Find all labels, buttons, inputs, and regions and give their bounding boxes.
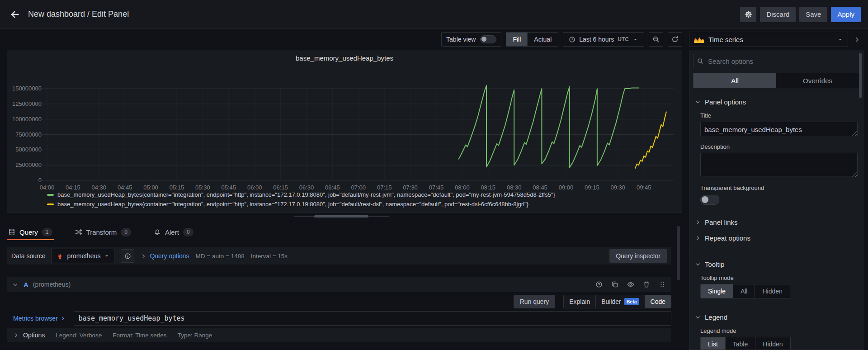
chevron-down-icon [695, 99, 701, 105]
tooltip-mode-all[interactable]: All [733, 284, 755, 298]
query-row-header: A (prometheus) [7, 277, 671, 292]
section-title: Panel options [705, 98, 746, 106]
collapse-query-button[interactable] [11, 281, 19, 289]
tab-label: Query [19, 228, 38, 236]
transparent-bg-label: Transparent background [700, 184, 858, 191]
options-toggle[interactable]: Options [13, 331, 45, 339]
run-query-button[interactable]: Run query [514, 295, 556, 308]
tab-query[interactable]: Query 1 [7, 224, 54, 240]
discard-button[interactable]: Discard [760, 7, 796, 22]
back-button[interactable] [7, 7, 23, 22]
caret-down-icon [837, 37, 843, 43]
trash-icon [643, 281, 650, 288]
clock-icon [569, 36, 576, 43]
query-options-toggle[interactable]: Query options [141, 252, 189, 260]
datasource-help-button[interactable] [121, 249, 134, 263]
tooltip-mode-label: Tooltip mode [700, 274, 858, 281]
panel-links-section[interactable]: Panel links [693, 214, 859, 230]
table-view-label: Table view [446, 36, 476, 43]
chevron-right-icon [13, 332, 19, 338]
options-sidebar: Time series All Overrides Panel options [689, 29, 863, 350]
chevron-right-icon [60, 316, 66, 321]
promql-query-input[interactable] [74, 311, 671, 326]
code-button[interactable]: Code [645, 295, 671, 308]
repeat-options-section[interactable]: Repeat options [693, 230, 859, 246]
tooltip-header[interactable]: Tooltip [693, 260, 859, 268]
time-range-picker[interactable]: Last 6 hours UTC [563, 32, 644, 47]
builder-button[interactable]: Builder Beta [595, 295, 644, 308]
collapse-sidebar-button[interactable] [850, 32, 863, 47]
info-circle-icon [124, 253, 131, 260]
eye-icon [627, 281, 634, 288]
hide-query-button[interactable] [626, 280, 635, 289]
sidebar-scrollbar[interactable] [859, 53, 862, 98]
timeseries-plot[interactable] [7, 50, 682, 213]
legend-header[interactable]: Legend [693, 313, 859, 321]
apply-button[interactable]: Apply [831, 7, 861, 22]
drag-query-button[interactable] [658, 280, 667, 289]
save-button[interactable]: Save [799, 7, 827, 22]
split-resize-handle[interactable] [0, 216, 682, 218]
datasource-label: Data source [11, 252, 45, 260]
table-view-switch[interactable] [480, 35, 496, 43]
options-search-input[interactable] [707, 57, 855, 66]
actual-button[interactable]: Actual [527, 33, 558, 46]
legend-mode-list[interactable]: List [701, 337, 725, 350]
metrics-browser-button[interactable]: Metrics browser [7, 314, 68, 322]
legend-label: base_memory_usedHeap_bytes{container="in… [57, 200, 528, 208]
legend-swatch-yellow [47, 203, 54, 205]
timeseries-viz-icon [694, 36, 704, 43]
prometheus-icon [57, 253, 63, 260]
tooltip-mode-single[interactable]: Single [701, 284, 733, 298]
resize-grip[interactable] [314, 215, 368, 218]
panel-description-input[interactable] [700, 153, 858, 176]
tooltip-section: Tooltip Tooltip mode Single All Hidden [693, 253, 859, 298]
refresh-button[interactable] [668, 32, 682, 47]
tooltip-mode-hidden[interactable]: Hidden [755, 284, 789, 298]
panel-settings-button[interactable] [740, 7, 756, 22]
tab-all[interactable]: All [693, 73, 776, 88]
transparent-bg-switch[interactable] [700, 195, 719, 205]
chevron-right-icon [695, 219, 701, 225]
legend-mode-label: Legend mode [700, 327, 858, 334]
fill-button[interactable]: Fill [506, 33, 527, 46]
shuffle-icon [75, 228, 82, 236]
editor-scrollbar[interactable] [677, 226, 680, 280]
duplicate-query-button[interactable] [610, 280, 619, 289]
query-row-actions [594, 280, 667, 289]
legend-mode-table[interactable]: Table [725, 337, 755, 350]
tab-transform[interactable]: Transform 0 [74, 224, 132, 240]
header-actions: Discard Save Apply [740, 7, 861, 22]
query-toolbar: Data source prometheus Query options MD … [7, 247, 671, 265]
query-actions-row: Run query Explain Builder Beta Code [7, 295, 671, 308]
delete-query-button[interactable] [642, 280, 651, 289]
table-view-toggle[interactable]: Table view [441, 32, 501, 47]
query-datasource-hint: (prometheus) [33, 281, 71, 288]
chevron-down-icon [695, 261, 701, 267]
legend-item[interactable]: base_memory_usedHeap_bytes{container="in… [47, 191, 555, 199]
visualization-picker[interactable]: Time series [689, 32, 848, 47]
panel-title-input[interactable] [700, 122, 858, 137]
legend-section: Legend Legend mode List Table Hidden [693, 306, 859, 350]
chart-legend: base_memory_usedHeap_bytes{container="in… [47, 191, 555, 208]
tab-overrides[interactable]: Overrides [776, 73, 859, 88]
options-search[interactable] [693, 54, 859, 68]
chevron-right-icon [695, 235, 701, 241]
chevron-down-icon [695, 314, 701, 320]
tab-alert[interactable]: Alert 0 [152, 224, 195, 240]
chevron-right-icon [141, 253, 146, 259]
legend-mode-hidden[interactable]: Hidden [755, 337, 790, 350]
options-filter-tabs: All Overrides [693, 73, 859, 88]
legend-swatch-green [47, 194, 54, 196]
arrow-left-icon [10, 9, 20, 19]
query-help-button[interactable] [594, 280, 604, 289]
panel-options-header[interactable]: Panel options [693, 98, 859, 106]
zoom-out-button[interactable] [649, 32, 663, 47]
datasource-name: prometheus [67, 252, 100, 260]
explain-button[interactable]: Explain [564, 295, 595, 308]
legend-item[interactable]: base_memory_usedHeap_bytes{container="in… [47, 200, 555, 208]
section-title: Repeat options [705, 234, 750, 242]
datasource-select[interactable]: prometheus [52, 249, 114, 263]
query-inspector-button[interactable]: Query inspector [609, 249, 667, 263]
query-ref-id[interactable]: A [24, 281, 28, 289]
